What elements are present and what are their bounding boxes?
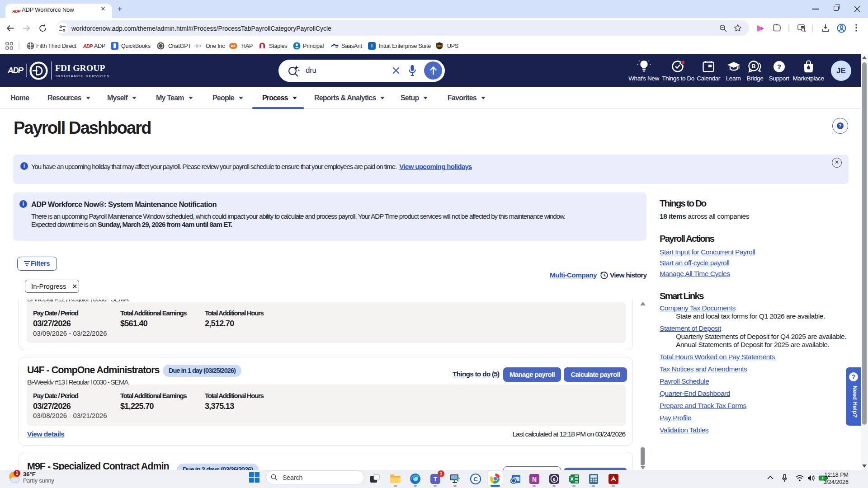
svg-text:ADP: ADP bbox=[12, 9, 21, 14]
svg-text:?: ? bbox=[777, 63, 781, 70]
svg-text:T: T bbox=[434, 476, 437, 483]
svg-text:C: C bbox=[473, 476, 478, 483]
svg-text:N: N bbox=[532, 476, 537, 483]
svg-text:ADP: ADP bbox=[83, 43, 93, 49]
svg-text:ups: ups bbox=[437, 44, 442, 47]
svg-text:ADP: ADP bbox=[7, 66, 24, 75]
svg-text:B: B bbox=[751, 63, 755, 70]
